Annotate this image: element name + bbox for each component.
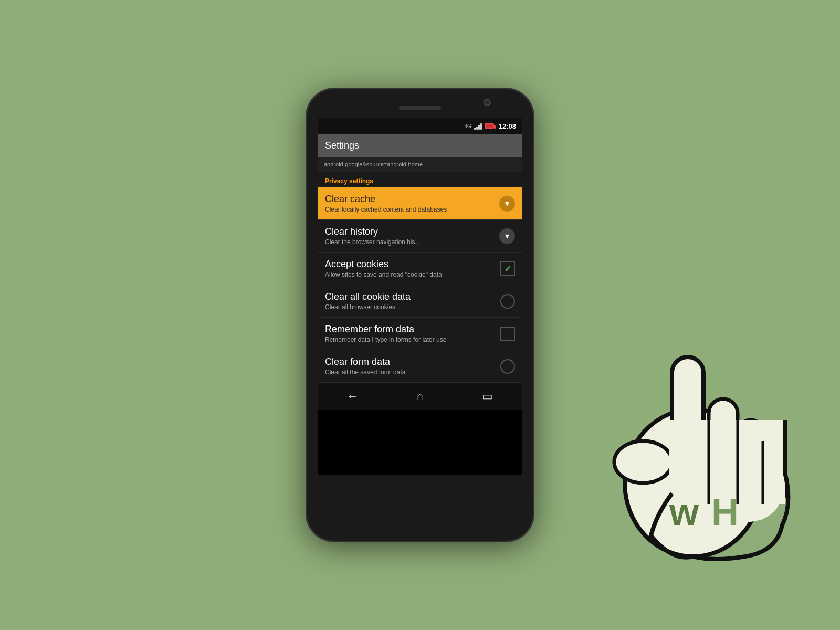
setting-item-accept-cookies[interactable]: Accept cookies Allow sites to save and r… [318, 253, 522, 285]
phone-shell: 3G 12:08 Settings android-google&sou [307, 89, 533, 541]
clear-cache-desc: Clear locally cached content and databas… [325, 206, 499, 213]
setting-item-remember-form-text: Remember form data Remember data I type … [325, 324, 500, 343]
svg-text:w: w [669, 491, 699, 533]
url-text: android-google&source=android-home [324, 161, 423, 167]
accept-cookies-checkbox[interactable]: ✓ [500, 261, 515, 276]
3g-icon: 3G [464, 123, 471, 129]
home-button[interactable]: ⌂ [417, 390, 424, 403]
remember-form-title: Remember form data [325, 324, 500, 335]
clear-history-dropdown[interactable]: ▾ [499, 228, 515, 244]
signal-bar-3 [478, 125, 480, 130]
section-header-text: Privacy settings [325, 177, 373, 185]
app-bar-title: Settings [325, 140, 359, 151]
svg-point-2 [614, 441, 672, 483]
clear-cookie-title: Clear all cookie data [325, 291, 500, 302]
clear-cache-title: Clear cache [325, 194, 499, 205]
setting-item-clear-cache-text: Clear cache Clear locally cached content… [325, 194, 499, 213]
phone-top-bar [307, 89, 533, 118]
dropdown-arrow-icon: ▾ [505, 200, 509, 208]
settings-list: Clear cache Clear locally cached content… [318, 187, 522, 383]
setting-item-clear-cookie-data[interactable]: Clear all cookie data Clear all browser … [318, 285, 522, 318]
back-button[interactable]: ← [347, 390, 359, 403]
recent-button[interactable]: ▭ [482, 390, 493, 403]
clear-history-desc: Clear the browser navigation his... [325, 238, 499, 246]
url-bar[interactable]: android-google&source=android-home [318, 157, 522, 172]
accept-cookies-title: Accept cookies [325, 259, 500, 270]
phone-speaker [399, 106, 441, 110]
battery-icon [485, 123, 494, 129]
clear-cookie-radio[interactable] [500, 294, 515, 309]
cursor-hand-container: w H [588, 315, 808, 578]
accept-cookies-desc: Allow sites to save and read "cookie" da… [325, 271, 500, 278]
phone-screen: 3G 12:08 Settings android-google&sou [318, 118, 522, 475]
setting-item-clear-cookie-text: Clear all cookie data Clear all browser … [325, 291, 500, 311]
svg-text:H: H [711, 491, 739, 533]
app-bar: Settings [318, 134, 522, 157]
remember-form-checkbox[interactable] [500, 327, 515, 341]
clear-cookie-desc: Clear all browser cookies [325, 303, 500, 311]
setting-item-remember-form[interactable]: Remember form data Remember data I type … [318, 318, 522, 350]
check-mark-icon: ✓ [504, 263, 512, 275]
clear-form-desc: Clear all the saved form data [325, 369, 500, 376]
setting-item-clear-cache[interactable]: Clear cache Clear locally cached content… [318, 187, 522, 220]
dropdown-arrow-history-icon: ▾ [505, 232, 509, 240]
setting-item-accept-cookies-text: Accept cookies Allow sites to save and r… [325, 259, 500, 278]
signal-bar-1 [474, 128, 476, 130]
remember-form-desc: Remember data I type in forms for later … [325, 336, 500, 343]
signal-bar-4 [480, 123, 482, 130]
signal-bar-2 [476, 127, 478, 130]
section-header: Privacy settings [318, 172, 522, 187]
scene: 3G 12:08 Settings android-google&sou [0, 0, 840, 630]
clear-history-title: Clear history [325, 226, 499, 237]
clear-form-title: Clear form data [325, 356, 500, 368]
setting-item-clear-history[interactable]: Clear history Clear the browser navigati… [318, 220, 522, 253]
clear-form-radio[interactable] [500, 359, 515, 374]
signal-icon [474, 122, 482, 130]
status-bar-icons: 3G 12:08 [464, 122, 516, 130]
phone-camera [484, 99, 491, 106]
status-time: 12:08 [499, 122, 516, 130]
bottom-nav: ← ⌂ ▭ [318, 383, 522, 410]
setting-item-clear-form-text: Clear form data Clear all the saved form… [325, 356, 500, 376]
clear-cache-dropdown[interactable]: ▾ [499, 196, 515, 212]
setting-item-clear-form-data[interactable]: Clear form data Clear all the saved form… [318, 350, 522, 383]
setting-item-clear-history-text: Clear history Clear the browser navigati… [325, 226, 499, 246]
status-bar: 3G 12:08 [318, 118, 522, 134]
